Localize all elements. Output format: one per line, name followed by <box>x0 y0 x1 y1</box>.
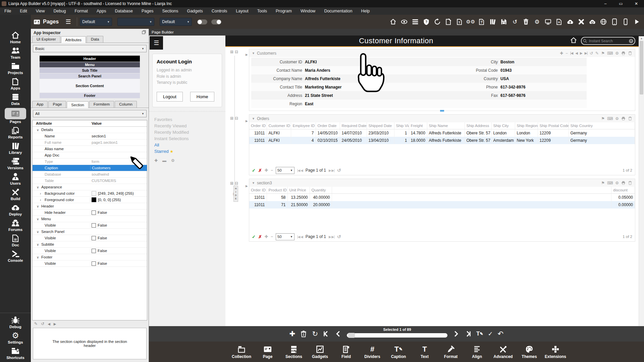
field-contact-title[interactable]: Marketing Manager <box>305 85 417 89</box>
field-city[interactable]: Boston <box>500 60 587 64</box>
ribbon-format[interactable]: Format <box>442 345 460 359</box>
rail-home[interactable]: Home <box>10 31 21 44</box>
tab-attributes[interactable]: Attributes <box>61 36 86 43</box>
nav-recently-viewed[interactable]: Recently Viewed <box>154 123 220 129</box>
menu-window[interactable]: Window <box>296 9 320 13</box>
menu-tools[interactable]: Tools <box>253 9 271 13</box>
rail-apps[interactable]: Apps <box>10 77 20 90</box>
rail-reports[interactable]: Reports <box>8 126 22 139</box>
attr-row-caption-selected[interactable]: CaptionCustomers <box>33 165 147 171</box>
minimize-button[interactable]: – <box>598 1 613 6</box>
search-input[interactable] <box>588 39 628 43</box>
maximize-button[interactable]: ▭ <box>613 1 629 6</box>
grid-row[interactable]: 11011ALFKI402/10/201524/05/201013/04/201… <box>249 137 635 144</box>
rail-debug[interactable]: Debug <box>9 316 21 329</box>
rail-settings[interactable]: ⚙Settings <box>8 331 23 344</box>
tab-app[interactable]: App <box>32 101 48 108</box>
add-record-icon[interactable]: ✚ <box>289 330 296 338</box>
attr-row-color[interactable]: ›Foreground color[0, 0, 0] (255) <box>33 197 147 203</box>
refresh-icon[interactable]: ↺ <box>41 321 44 326</box>
field-customer-id[interactable]: ALFKI <box>305 60 417 64</box>
menu-gadgets[interactable]: Gadgets <box>182 9 207 13</box>
gear-icon[interactable]: ⚙ <box>615 116 619 121</box>
save-icon[interactable] <box>500 18 508 26</box>
last-icon[interactable]: ▶| <box>585 51 587 55</box>
scrollbar-thumb[interactable] <box>640 41 643 95</box>
attr-group[interactable]: ∨Details <box>33 127 147 133</box>
menu-edit[interactable]: Edit <box>15 9 32 13</box>
monitor-icon[interactable] <box>544 18 552 26</box>
menu-controls[interactable]: Controls <box>207 9 232 13</box>
attr-group[interactable]: ∨Subtitle <box>33 241 147 248</box>
rail-library[interactable]: Library <box>9 141 22 155</box>
section-section3-header[interactable]: ▼ section3 ⚑ ⌨ ⚙ <box>249 179 635 187</box>
attr-row[interactable]: TableCUSTOMERS <box>33 178 147 184</box>
text-doc-icon[interactable]: T <box>455 18 464 26</box>
wireframe-footer[interactable]: Footer <box>40 93 140 98</box>
trash-icon[interactable] <box>628 181 632 185</box>
ribbon-text[interactable]: TText <box>416 345 433 359</box>
ribbon-dividers[interactable]: #Dividers <box>364 345 381 359</box>
ribbon-collection[interactable]: Collection <box>233 345 250 359</box>
first-icon[interactable]: |◀ <box>570 51 573 55</box>
refresh-icon[interactable]: ↻ <box>312 330 318 338</box>
trash-icon[interactable] <box>628 116 632 121</box>
attr-category-select[interactable]: All▼ <box>33 110 147 117</box>
gear-icon[interactable]: ⚙ <box>171 158 175 163</box>
rail-doc[interactable]: Doc <box>10 234 20 247</box>
first-page-icon[interactable]: |◀ ◀ <box>297 169 303 172</box>
add-icon[interactable]: ✚ <box>265 168 268 173</box>
attr-row[interactable]: Alias name <box>33 146 147 152</box>
slider-track[interactable] <box>347 333 447 338</box>
workspace-select-3[interactable]: Default▼ <box>160 18 192 26</box>
cloud-upload-icon[interactable] <box>566 18 574 26</box>
ribbon-align[interactable]: Align <box>468 345 486 359</box>
hamburger-icon[interactable]: ☰ <box>62 18 74 25</box>
menu-debug[interactable]: Debug <box>49 9 70 13</box>
refresh-icon[interactable]: ↺ <box>590 51 593 56</box>
home-button[interactable]: Home <box>190 92 215 102</box>
grid-row[interactable]: 11011ALFKI714/05/201014/07/201023/03/201… <box>249 129 635 137</box>
field-postal-code[interactable]: 01943 <box>500 68 587 73</box>
logout-button[interactable]: Logout <box>157 92 183 102</box>
cloud-web-icon[interactable] <box>588 18 596 26</box>
close-button[interactable]: ✕ <box>629 1 644 6</box>
list-icon[interactable] <box>411 18 419 26</box>
edit-icon[interactable]: ✎ <box>595 51 599 56</box>
flag-icon[interactable]: ⚑ <box>601 51 605 56</box>
attr-row[interactable]: Full namepage1.section1 <box>33 139 147 146</box>
keyboard-icon[interactable]: ⌨ <box>607 51 613 56</box>
next-icon[interactable]: ▶ <box>580 51 582 55</box>
attr-group[interactable]: ∨Footer <box>33 254 147 260</box>
close-icon[interactable] <box>577 18 585 26</box>
rail-data[interactable]: Data <box>10 93 20 106</box>
attr-row-check[interactable]: VisibleFalse <box>33 235 147 241</box>
attr-row-check[interactable]: Hide headerFalse <box>33 209 147 216</box>
last-record-icon[interactable] <box>464 330 472 338</box>
gear-icon[interactable]: ⚙ <box>615 51 619 56</box>
prev-icon[interactable]: ◀ <box>48 322 50 326</box>
toggle-on[interactable] <box>211 19 221 24</box>
undo-icon[interactable]: ↺ <box>511 18 519 26</box>
trash-icon[interactable] <box>522 18 530 26</box>
field-phone[interactable]: 617-342-8976 <box>500 85 587 89</box>
ribbon-page[interactable]: Page <box>259 345 276 359</box>
attr-row-check[interactable]: VisibleFalse <box>33 260 147 267</box>
menu-database[interactable]: Database <box>111 9 138 13</box>
print-icon[interactable] <box>621 181 626 185</box>
section-resize-handle[interactable] <box>440 110 444 112</box>
remove-icon[interactable]: − <box>566 51 568 56</box>
wireframe-subtitle[interactable]: Sub Title <box>40 68 140 73</box>
attr-row[interactable]: Databasesouthwind <box>33 171 147 178</box>
add-icon[interactable]: ✚ <box>154 158 158 163</box>
first-record-icon[interactable] <box>323 330 330 338</box>
print-icon[interactable] <box>621 116 626 121</box>
menu-view[interactable]: View <box>32 9 49 13</box>
attr-row-check[interactable]: VisibleFalse <box>33 222 147 229</box>
grid-row[interactable]: 110117121.5000020.000000.00000 <box>249 201 635 208</box>
checkbox[interactable] <box>92 223 96 228</box>
print-icon[interactable] <box>621 51 626 55</box>
tab-section[interactable]: Section <box>67 101 88 108</box>
menu-layout[interactable]: Layout <box>231 9 253 13</box>
phone-icon[interactable] <box>622 18 630 26</box>
